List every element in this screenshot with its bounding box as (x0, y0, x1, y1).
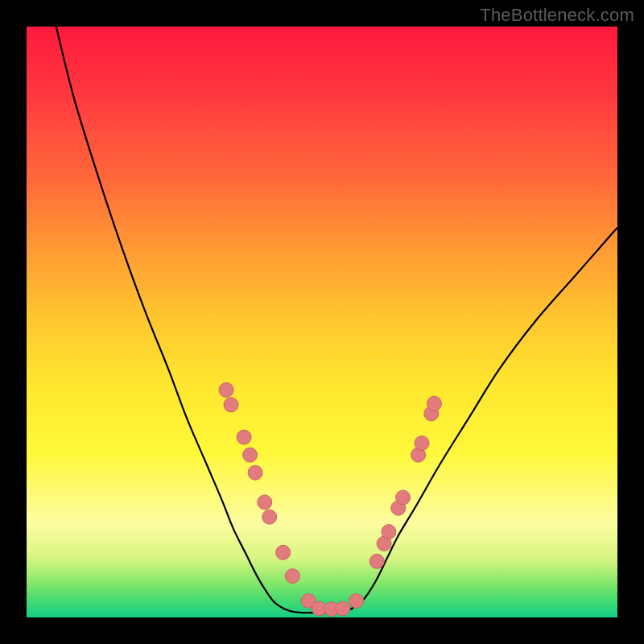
plot-area (27, 27, 617, 617)
data-dot (349, 593, 364, 608)
data-dot (415, 436, 429, 451)
bottleneck-curve (56, 27, 617, 613)
data-dot (248, 465, 262, 480)
data-dot (219, 382, 233, 397)
data-dot (258, 495, 272, 510)
data-dot (427, 396, 442, 411)
data-dots (219, 382, 441, 616)
data-dot (336, 601, 350, 616)
data-dot (369, 554, 384, 568)
data-dot (396, 490, 411, 505)
data-dot (276, 545, 291, 559)
data-dot (382, 525, 396, 539)
data-dot (224, 398, 238, 412)
data-dot (243, 448, 258, 462)
curve-group (56, 27, 617, 613)
chart-svg (27, 27, 617, 617)
data-dot (285, 569, 299, 584)
watermark-text: TheBottleneck.com (480, 5, 634, 26)
outer-frame: TheBottleneck.com (0, 0, 644, 644)
data-dot (237, 430, 251, 444)
data-dot (262, 510, 277, 524)
